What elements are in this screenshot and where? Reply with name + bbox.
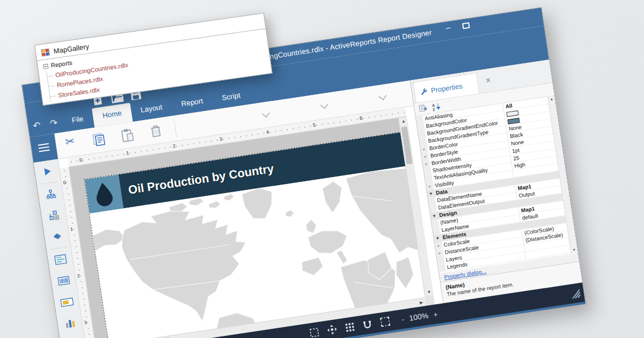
zoom-level: 100% (408, 311, 429, 322)
copy-icon[interactable] (91, 131, 107, 148)
ruler-number: 6 (359, 115, 362, 121)
textbox-icon[interactable] (53, 290, 80, 314)
scroll-down-icon[interactable]: ▼ (570, 246, 578, 254)
list-icon[interactable] (47, 247, 74, 272)
ruler-number: 0 (79, 157, 82, 163)
svg-text:Z: Z (433, 107, 436, 111)
tree-collapse-icon[interactable] (43, 64, 48, 69)
subreport-icon[interactable] (40, 203, 68, 228)
maximize-button[interactable] (462, 22, 470, 29)
zoom-in-button[interactable]: + (433, 310, 438, 319)
barcode-icon[interactable] (50, 268, 77, 293)
ruler-number: 3 (219, 136, 222, 142)
ribbon-divider (174, 119, 177, 138)
delete-icon[interactable] (149, 123, 164, 138)
oil-drop-icon (84, 174, 123, 214)
property-grid: AntiAliasingAllBackgroundColorBackground… (416, 95, 578, 273)
hamburger-icon[interactable] (30, 134, 58, 163)
chevron-down-icon[interactable] (262, 109, 270, 117)
chart-icon[interactable] (56, 311, 84, 335)
preview-play-icon[interactable] (34, 159, 61, 183)
pan-icon[interactable] (327, 324, 338, 335)
ruler-number: 2 (172, 143, 175, 149)
snap-magnet-icon[interactable] (362, 319, 372, 329)
ruler-number: 5 (312, 122, 316, 128)
paste-icon[interactable] (120, 127, 136, 143)
cut-icon[interactable]: ✂ (64, 135, 76, 149)
scroll-up-icon[interactable]: ▲ (399, 117, 408, 127)
chevron-down-icon[interactable] (378, 92, 386, 100)
wrench-icon (419, 87, 428, 95)
ruler-number: 4 (266, 129, 269, 135)
categorize-icon[interactable] (419, 104, 428, 113)
marquee-select-icon[interactable] (379, 316, 390, 327)
ruler-number: 1 (126, 150, 129, 156)
mapgallery-app-icon (41, 48, 50, 56)
chevron-down-icon[interactable] (320, 101, 328, 109)
selection-icon[interactable] (309, 327, 319, 337)
hierarchy-icon[interactable] (37, 182, 64, 207)
mapgallery-title: MapGallery (53, 42, 90, 55)
layers-icon[interactable] (43, 224, 71, 249)
sort-az-icon[interactable]: AZ (431, 102, 442, 111)
minimize-button[interactable]: – (440, 21, 457, 35)
properties-panel: Properties ✕ AZ AntiAliasingAllBackgroun… (410, 60, 582, 303)
scroll-up-icon[interactable]: ▲ (548, 95, 556, 103)
resize-grip[interactable] (569, 287, 581, 299)
redo-icon[interactable]: ↷ (44, 113, 64, 135)
close-icon[interactable]: ✕ (485, 76, 492, 85)
zoom-out-button[interactable]: - (401, 315, 405, 323)
stage: OilProducingCountries.rdlx - ActiveRepor… (0, 0, 644, 338)
grid-icon[interactable] (345, 322, 355, 332)
undo-icon[interactable]: ↶ (27, 115, 47, 137)
